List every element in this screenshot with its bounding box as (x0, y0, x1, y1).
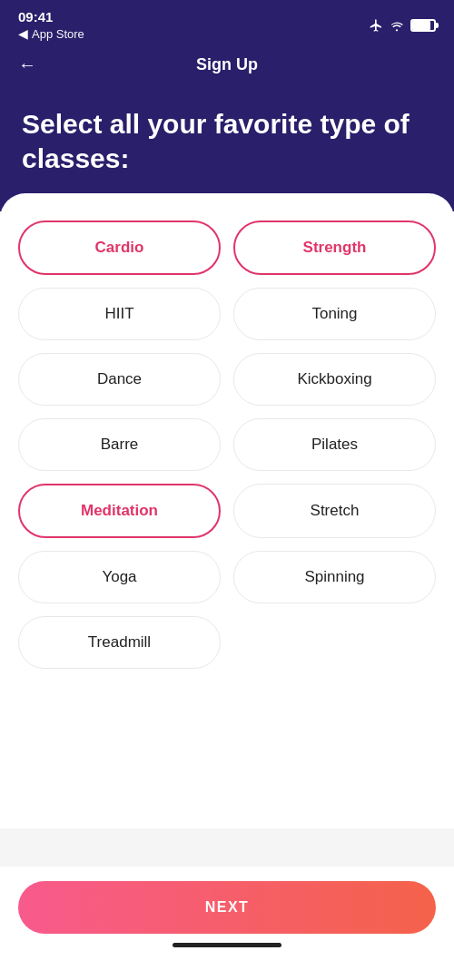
bottom-bar: NEXT (0, 867, 454, 980)
class-btn-meditation[interactable]: Meditation (18, 484, 221, 538)
wifi-icon (389, 19, 405, 32)
airplane-icon (369, 18, 383, 33)
class-btn-cardio[interactable]: Cardio (18, 220, 221, 275)
class-btn-kickboxing[interactable]: Kickboxing (233, 353, 436, 406)
status-bar: 09:41 ◀ App Store (0, 0, 454, 46)
status-time: 09:41 (18, 9, 84, 24)
nav-bar: ← Sign Up (0, 46, 454, 89)
appstore-row: ◀ App Store (18, 26, 84, 41)
home-indicator (173, 943, 281, 947)
status-icons (369, 18, 436, 33)
class-btn-pilates[interactable]: Pilates (233, 418, 436, 471)
class-btn-spinning[interactable]: Spinning (233, 551, 436, 603)
nav-title: Sign Up (196, 55, 258, 74)
battery-icon (410, 19, 436, 32)
class-btn-hiit[interactable]: HIIT (18, 288, 221, 340)
class-btn-barre[interactable]: Barre (18, 418, 221, 471)
back-chevron-icon: ◀ (18, 26, 28, 41)
class-btn-toning[interactable]: Toning (233, 288, 436, 340)
content-card: CardioStrengthHIITToningDanceKickboxingB… (0, 193, 454, 828)
class-btn-strength[interactable]: Strength (233, 220, 436, 275)
class-btn-stretch[interactable]: Stretch (233, 484, 436, 538)
class-btn-yoga[interactable]: Yoga (18, 551, 221, 603)
back-button[interactable]: ← (18, 54, 36, 75)
appstore-label: App Store (32, 27, 84, 41)
page-title: Select all your favorite type of classes… (22, 107, 432, 175)
class-btn-treadmill[interactable]: Treadmill (18, 616, 221, 669)
class-btn-dance[interactable]: Dance (18, 353, 221, 406)
next-button[interactable]: NEXT (18, 881, 436, 934)
classes-grid: CardioStrengthHIITToningDanceKickboxingB… (18, 220, 436, 669)
